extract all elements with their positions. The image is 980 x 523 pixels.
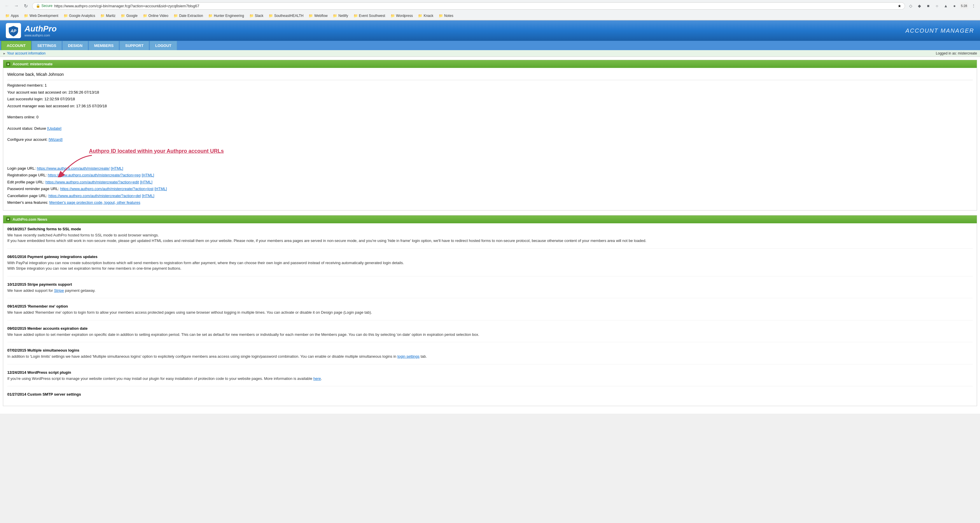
bookmark-netlify-label: Netlify bbox=[338, 14, 348, 18]
folder-icon: 📁 bbox=[250, 14, 254, 18]
nav-buttons: ← → ↻ bbox=[3, 2, 30, 10]
extension-icon-5[interactable]: ▲ bbox=[942, 2, 950, 10]
page-wrapper: AP AuthPro www.authpro.com ACCOUNT MANAG… bbox=[0, 21, 980, 414]
configure-prefix: Configure your account: bbox=[7, 137, 49, 141]
login-settings-link[interactable]: login settings bbox=[397, 354, 419, 359]
folder-icon: 📁 bbox=[309, 14, 313, 18]
authpro-header: AP AuthPro www.authpro.com ACCOUNT MANAG… bbox=[0, 21, 980, 41]
folder-icon: 📁 bbox=[143, 14, 147, 18]
edit-url[interactable]: https://www.authpro.com/auth/mistercreat… bbox=[46, 180, 139, 184]
folder-icon: 📁 bbox=[439, 14, 443, 18]
reg-page-html[interactable]: [HTML] bbox=[142, 173, 154, 177]
nav-tab-account[interactable]: ACCOUNT bbox=[1, 41, 31, 50]
extension-icon-2[interactable]: ◆ bbox=[916, 2, 923, 10]
bookmark-google-analytics-label: Google Analytics bbox=[69, 14, 95, 18]
wizard-link[interactable]: [Wizard] bbox=[49, 137, 63, 141]
folder-icon: 📁 bbox=[173, 14, 178, 18]
news-section: ■ AuthPro.com News 09/18/2017 Switching … bbox=[3, 215, 977, 406]
news-date-title-3: 10/12/2015 Stripe payments support bbox=[7, 282, 973, 286]
bookmark-event-southwest-label: Event Southwest bbox=[359, 14, 385, 18]
bookmark-knack[interactable]: 📁 Knack bbox=[415, 13, 436, 19]
bookmark-notes[interactable]: 📁 Notes bbox=[436, 13, 456, 19]
bookmark-apps[interactable]: 📁 Apps bbox=[3, 13, 21, 19]
update-link[interactable]: [Update] bbox=[47, 126, 62, 130]
bookmark-web-development[interactable]: 📁 Web Development bbox=[22, 13, 60, 19]
extension-icon-3[interactable]: ■ bbox=[925, 2, 932, 10]
cancellation-html[interactable]: [HTML] bbox=[142, 194, 154, 198]
news-item-8: 01/27/2014 Custom SMTP server settings bbox=[7, 392, 973, 402]
here-link[interactable]: here bbox=[313, 376, 321, 381]
address-bar[interactable]: https://www.authpro.com/cgi-bin/manager.… bbox=[54, 4, 896, 8]
bookmark-hunter-engineering[interactable]: 📁 Hunter Engineering bbox=[206, 13, 246, 19]
account-manager-text: ACCOUNT MANAGER bbox=[905, 27, 974, 34]
reload-button[interactable]: ↻ bbox=[22, 2, 30, 10]
bookmark-date-extraction[interactable]: 📁 Date Extraction bbox=[171, 13, 205, 19]
news-body-2: With PayPal integration you can now crea… bbox=[7, 260, 973, 272]
news-date-title-7: 12/24/2014 WordPress script plugin bbox=[7, 370, 973, 375]
nav-tab-support[interactable]: SUPPORT bbox=[119, 41, 149, 50]
bookmark-southeasthealth-label: SoutheastHEALTH bbox=[274, 14, 304, 18]
configure-account: Configure your account: [Wizard] bbox=[7, 137, 973, 143]
bookmark-southeasthealth[interactable]: 📁 SoutheastHEALTH bbox=[266, 13, 306, 19]
login-page-url[interactable]: https://www.authpro.com/auth/mistercreat… bbox=[37, 166, 110, 170]
extension-icon-4[interactable]: ○ bbox=[934, 2, 940, 10]
nav-tab-members[interactable]: MEMBERS bbox=[89, 41, 119, 50]
logged-in-status: Logged in as: mistercreate bbox=[936, 51, 977, 56]
extension-icon-1[interactable]: ◇ bbox=[907, 2, 915, 10]
login-page-prefix: Login page URL: bbox=[7, 166, 37, 170]
logo-url: www.authpro.com bbox=[24, 33, 57, 37]
back-button[interactable]: ← bbox=[3, 2, 11, 10]
password-html[interactable]: [HTML] bbox=[154, 187, 167, 191]
bookmark-netlify[interactable]: 📁 Netlify bbox=[331, 13, 350, 19]
nav-tab-settings[interactable]: SETTINGS bbox=[32, 41, 62, 50]
bookmark-webflow[interactable]: 📁 Webflow bbox=[306, 13, 330, 19]
news-date-title-1: 09/18/2017 Switching forms to SSL mode bbox=[7, 227, 973, 231]
cancellation-page-url-row: Cancellation page URL: https://www.authp… bbox=[7, 193, 973, 199]
news-item-4: 09/14/2015 'Remember me' option We have … bbox=[7, 304, 973, 320]
edit-html[interactable]: [HTML] bbox=[140, 180, 153, 184]
password-url[interactable]: https://www.authpro.com/auth/mistercreat… bbox=[60, 187, 153, 191]
folder-icon: 📁 bbox=[269, 14, 273, 18]
breadcrumb-link[interactable]: Your account information bbox=[7, 51, 46, 56]
news-section-icon: ■ bbox=[6, 217, 10, 221]
members-features-link[interactable]: Member's page protection code, logout, o… bbox=[49, 200, 140, 205]
folder-icon: 📁 bbox=[391, 14, 395, 18]
address-bar-wrapper[interactable]: 🔒 Secure https://www.authpro.com/cgi-bin… bbox=[32, 2, 905, 10]
bookmark-event-southwest[interactable]: 📁 Event Southwest bbox=[351, 13, 388, 19]
stripe-link[interactable]: Stripe bbox=[54, 288, 64, 293]
nav-tab-logout[interactable]: LOGOUT bbox=[150, 41, 177, 50]
nav-tab-design[interactable]: DESIGN bbox=[62, 41, 88, 50]
bookmark-google-analytics[interactable]: 📁 Google Analytics bbox=[61, 13, 97, 19]
logo-shield: AP bbox=[6, 23, 21, 38]
members-features-prefix: Member's area features: bbox=[7, 200, 49, 205]
annotation-text: Authpro ID located within your Authpro a… bbox=[89, 148, 224, 154]
bookmark-google[interactable]: 📁 Google bbox=[118, 13, 140, 19]
bookmark-apps-label: Apps bbox=[11, 14, 19, 18]
reg-page-prefix: Registration page URL: bbox=[7, 173, 48, 177]
edit-page-url-row: Edit profile page URL: https://www.authp… bbox=[7, 179, 973, 185]
menu-icon[interactable]: ⋮ bbox=[970, 2, 977, 10]
login-page-html[interactable]: [HTML] bbox=[111, 166, 123, 170]
bookmark-slack-label: Slack bbox=[255, 14, 263, 18]
news-body-4: We have added 'Remember me' option to lo… bbox=[7, 310, 973, 315]
account-section: ■ Account: mistercreate Welcome back, Mi… bbox=[3, 60, 977, 210]
secure-label: Secure bbox=[41, 4, 52, 8]
forward-button[interactable]: → bbox=[12, 2, 21, 10]
bookmark-online-video[interactable]: 📁 Online Video bbox=[141, 13, 171, 19]
registered-members: Registered members: 1 bbox=[7, 83, 973, 88]
secure-badge: 🔒 Secure bbox=[36, 4, 52, 8]
nav-bar: ACCOUNT SETTINGS DESIGN MEMBERS SUPPORT … bbox=[0, 41, 980, 50]
bookmark-slack[interactable]: 📁 Slack bbox=[247, 13, 266, 19]
star-icon[interactable]: ★ bbox=[898, 4, 901, 8]
folder-icon: 📁 bbox=[121, 14, 125, 18]
bookmark-wordpress[interactable]: 📁 Wordpress bbox=[388, 13, 415, 19]
reg-page-url[interactable]: https://www.authpro.com/auth/mistercreat… bbox=[48, 173, 141, 177]
news-date-title-8: 01/27/2014 Custom SMTP server settings bbox=[7, 392, 973, 396]
account-section-body: Welcome back, Micah Johnson Registered m… bbox=[3, 68, 977, 210]
last-accessed: Your account was last accessed on: 23:56… bbox=[7, 89, 973, 95]
bookmark-maritz[interactable]: 📁 Maritz bbox=[98, 13, 118, 19]
news-item-6: 07/02/2015 Multiple simultaneous logins … bbox=[7, 348, 973, 364]
extension-icon-6[interactable]: ● bbox=[951, 2, 958, 10]
status-bar: ► Your account information Logged in as:… bbox=[0, 50, 980, 57]
cancellation-url[interactable]: https://www.authpro.com/auth/mistercreat… bbox=[48, 194, 141, 198]
